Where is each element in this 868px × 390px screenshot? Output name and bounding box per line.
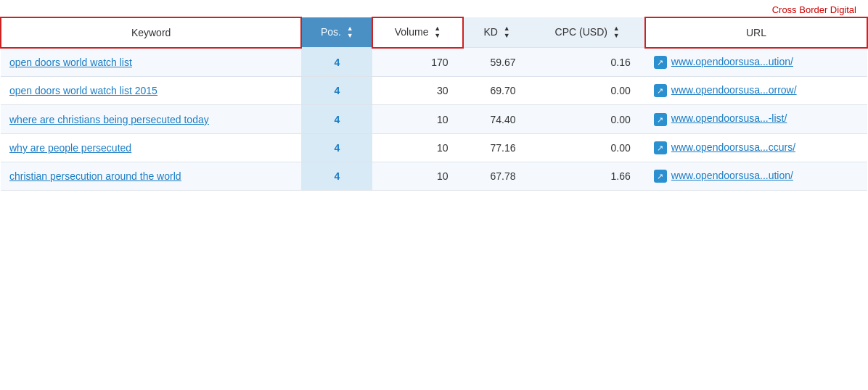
url-cell[interactable]: ↗www.opendoorsusa...-list/ [645, 105, 867, 133]
col-header-volume[interactable]: Volume ▲▼ [372, 17, 462, 48]
volume-cell: 10 [372, 105, 462, 133]
keywords-table: Keyword Pos. ▲▼ Volume ▲▼ KD ▲▼ CPC [0, 17, 868, 191]
external-link-icon[interactable]: ↗ [654, 170, 667, 183]
col-header-keyword[interactable]: Keyword [1, 17, 301, 48]
col-header-kd[interactable]: KD ▲▼ [463, 17, 531, 48]
cpc-cell: 1.66 [531, 162, 645, 190]
cpc-sort-arrows[interactable]: ▲▼ [613, 25, 620, 40]
keyword-cell[interactable]: open doors world watch list 2015 [1, 77, 301, 105]
table-row: christian persecution around the world41… [1, 162, 867, 190]
cpc-cell: 0.16 [531, 48, 645, 77]
table-row: open doors world watch list 201543069.70… [1, 77, 867, 105]
table-row: why are people persecuted41077.160.00↗ww… [1, 133, 867, 162]
table-row: where are christians being persecuted to… [1, 105, 867, 133]
watermark: Cross Border Digital [0, 0, 868, 17]
table-row: open doors world watch list417059.670.16… [1, 48, 867, 77]
url-cell[interactable]: ↗www.opendoorsusa...ution/ [645, 48, 867, 77]
volume-cell: 170 [372, 48, 462, 77]
kd-sort-arrows[interactable]: ▲▼ [504, 25, 510, 40]
external-link-icon[interactable]: ↗ [654, 113, 667, 126]
cpc-cell: 0.00 [531, 77, 645, 105]
kd-cell: 74.40 [463, 105, 531, 133]
pos-cell: 4 [301, 77, 372, 105]
volume-cell: 30 [372, 77, 462, 105]
keyword-cell[interactable]: open doors world watch list [1, 48, 301, 77]
kd-cell: 77.16 [463, 133, 531, 162]
cpc-cell: 0.00 [531, 105, 645, 133]
pos-cell: 4 [301, 105, 372, 133]
keyword-cell[interactable]: where are christians being persecuted to… [1, 105, 301, 133]
pos-cell: 4 [301, 133, 372, 162]
volume-cell: 10 [372, 133, 462, 162]
col-header-url[interactable]: URL [645, 17, 867, 48]
col-header-cpc[interactable]: CPC (USD) ▲▼ [531, 17, 645, 48]
keyword-cell[interactable]: christian persecution around the world [1, 162, 301, 190]
volume-cell: 10 [372, 162, 462, 190]
external-link-icon[interactable]: ↗ [654, 141, 667, 154]
pos-cell: 4 [301, 162, 372, 190]
pos-sort-arrows[interactable]: ▲▼ [347, 25, 353, 40]
kd-cell: 69.70 [463, 77, 531, 105]
pos-cell: 4 [301, 48, 372, 77]
kd-cell: 59.67 [463, 48, 531, 77]
cpc-cell: 0.00 [531, 133, 645, 162]
url-cell[interactable]: ↗www.opendoorsusa...orrow/ [645, 77, 867, 105]
volume-sort-arrows[interactable]: ▲▼ [434, 25, 441, 40]
url-cell[interactable]: ↗www.opendoorsusa...ution/ [645, 162, 867, 190]
external-link-icon[interactable]: ↗ [654, 84, 667, 97]
external-link-icon[interactable]: ↗ [654, 56, 667, 69]
url-cell[interactable]: ↗www.opendoorsusa...ccurs/ [645, 133, 867, 162]
keyword-cell[interactable]: why are people persecuted [1, 133, 301, 162]
kd-cell: 67.78 [463, 162, 531, 190]
col-header-pos[interactable]: Pos. ▲▼ [301, 17, 372, 48]
